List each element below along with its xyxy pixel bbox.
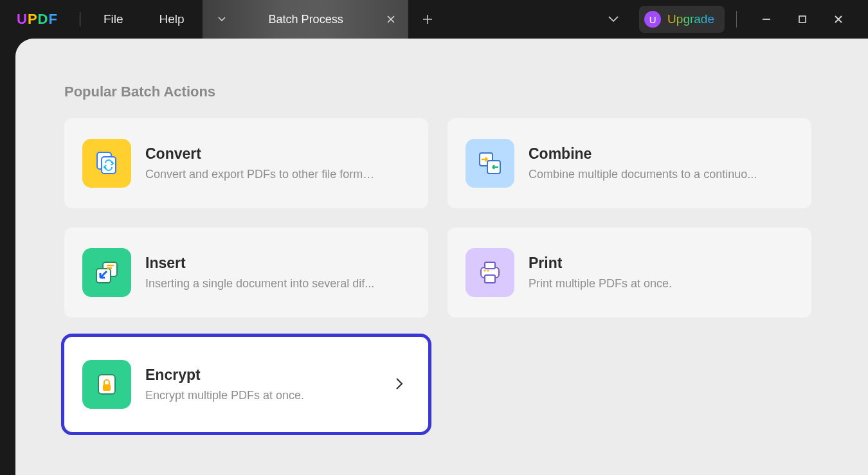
tab-batch-process[interactable]: Batch Process [203,0,408,39]
app-logo: U P D F [0,11,75,28]
card-combine[interactable]: Combine Combine multiple documents to a … [448,118,811,208]
card-desc: Convert and export PDFs to other file fo… [145,168,377,181]
chevron-right-icon [395,377,410,392]
workspace: Popular Batch Actions Convert Convert an… [15,39,868,475]
card-title: Convert [145,145,410,163]
print-icon [466,248,514,297]
new-tab-button[interactable] [408,0,447,39]
window-minimize-button[interactable] [754,6,779,32]
titlebar: U P D F File Help Batch Process U Upgrad… [0,0,868,39]
section-title: Popular Batch Actions [64,84,823,100]
upgrade-button[interactable]: U Upgrade [639,6,725,33]
window-close-button[interactable] [826,6,851,32]
overflow-chevron-icon[interactable] [601,6,626,32]
cards-grid: Convert Convert and export PDFs to other… [64,118,823,432]
window-maximize-button[interactable] [790,6,815,32]
insert-icon [82,248,131,297]
logo-letter-f: F [48,11,57,28]
svg-rect-11 [485,275,495,283]
svg-point-12 [484,269,485,271]
tab-dropdown-icon[interactable] [214,12,230,27]
svg-rect-15 [103,384,111,391]
avatar: U [644,11,661,28]
card-desc: Combine multiple documents to a continuo… [529,168,760,181]
logo-letter-p: P [28,11,38,28]
tab-close-icon[interactable] [383,11,399,28]
card-title: Combine [529,145,793,163]
separator [80,12,80,26]
logo-letter-u: U [17,11,28,28]
upgrade-label: Upgrade [667,12,714,26]
separator [736,11,737,28]
convert-icon [82,139,131,188]
menu-help[interactable]: Help [141,0,203,39]
svg-point-13 [487,269,489,271]
card-desc: Inserting a single document into several… [145,277,377,291]
card-print[interactable]: Print Print multiple PDFs at once. [448,228,811,318]
card-title: Print [529,255,793,272]
tab-label: Batch Process [230,13,383,26]
card-convert[interactable]: Convert Convert and export PDFs to other… [64,118,428,208]
svg-rect-0 [799,16,806,22]
window-controls-group: U Upgrade [601,0,868,39]
card-insert[interactable]: Insert Inserting a single document into … [64,228,428,318]
svg-rect-10 [485,262,495,269]
encrypt-icon [82,360,131,409]
card-title: Encrypt [145,366,395,384]
card-desc: Print multiple PDFs at once. [529,277,760,291]
svg-rect-2 [102,157,116,174]
menu-file[interactable]: File [86,0,141,39]
combine-icon [466,139,514,188]
card-desc: Encrypt multiple PDFs at once. [145,389,377,402]
card-encrypt[interactable]: Encrypt Encrypt multiple PDFs at once. [64,337,428,432]
logo-letter-d: D [38,11,49,28]
card-title: Insert [145,255,410,272]
